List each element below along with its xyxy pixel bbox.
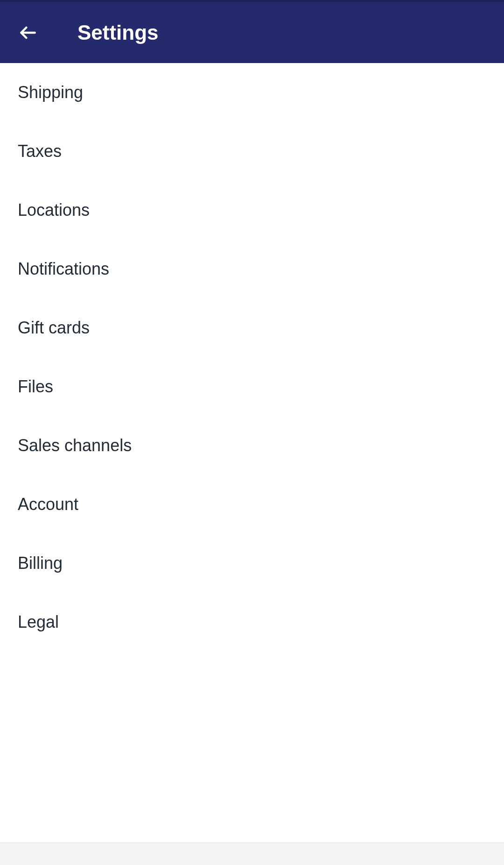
settings-item-account[interactable]: Account <box>0 475 504 534</box>
page-title: Settings <box>77 21 159 44</box>
bottom-bar <box>0 843 504 865</box>
settings-item-label: Billing <box>18 553 63 573</box>
settings-item-sales-channels[interactable]: Sales channels <box>0 416 504 475</box>
settings-item-label: Locations <box>18 200 90 220</box>
settings-item-taxes[interactable]: Taxes <box>0 122 504 181</box>
settings-item-billing[interactable]: Billing <box>0 534 504 593</box>
arrow-left-icon <box>18 22 38 43</box>
settings-item-locations[interactable]: Locations <box>0 181 504 240</box>
settings-item-label: Account <box>18 495 78 514</box>
settings-list: Shipping Taxes Locations Notifications G… <box>0 63 504 843</box>
settings-item-gift-cards[interactable]: Gift cards <box>0 298 504 357</box>
settings-item-files[interactable]: Files <box>0 357 504 416</box>
settings-item-label: Files <box>18 377 53 397</box>
back-button[interactable] <box>18 22 38 43</box>
settings-item-legal[interactable]: Legal <box>0 593 504 652</box>
settings-item-label: Sales channels <box>18 436 132 455</box>
settings-item-shipping[interactable]: Shipping <box>0 63 504 122</box>
settings-item-notifications[interactable]: Notifications <box>0 240 504 298</box>
settings-item-label: Taxes <box>18 142 62 161</box>
settings-item-label: Notifications <box>18 259 109 279</box>
settings-item-label: Legal <box>18 612 59 632</box>
settings-item-label: Gift cards <box>18 318 90 338</box>
header: Settings <box>0 2 504 63</box>
settings-item-label: Shipping <box>18 83 83 102</box>
